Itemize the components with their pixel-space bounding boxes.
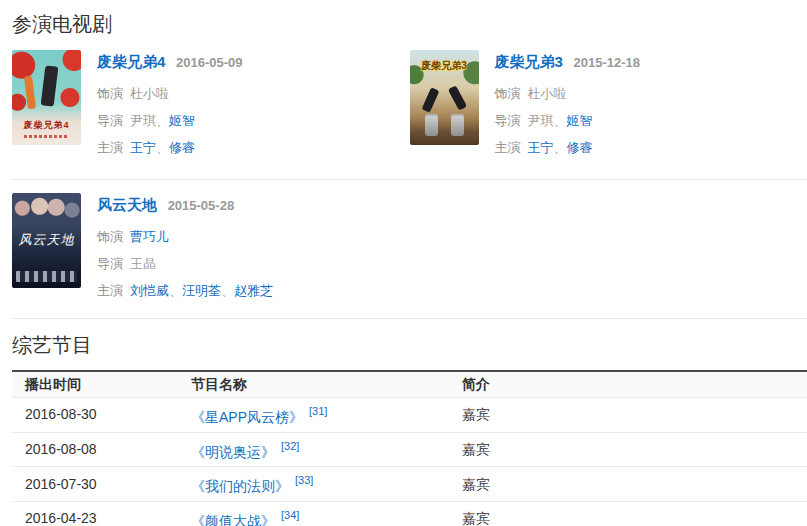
name-separator: 、 [554,113,567,128]
citation-ref[interactable]: [34] [281,509,299,521]
program-link[interactable]: 《我们的法则》 [191,478,289,494]
row-name-cell: 《颜值大战》[34] [178,501,449,526]
name-separator: 、 [221,283,234,298]
row-intro: 嘉宾 [449,501,807,526]
tv-info: 废柴兄弟4 2016-05-09 饰演杜小啦 导演尹琪、姬智 主演王宁、修睿 [97,50,242,161]
poster-title-text: 风云天地 [12,231,81,249]
title-line: 废柴兄弟3 2015-12-18 [495,52,640,73]
air-date: 2015-05-28 [168,198,235,213]
cast-line: 主演王宁、修睿 [495,134,640,161]
row-date: 2016-08-08 [12,432,178,467]
cast-link[interactable]: 赵雅芝 [234,283,273,298]
tv-entry-fengyuntiandi: 风云天地 风云天地 2015-05-28 饰演曹巧儿 导演王晶 主演刘恺威、汪明… [12,193,419,304]
tv-row-2: 风云天地 风云天地 2015-05-28 饰演曹巧儿 导演王晶 主演刘恺威、汪明… [12,180,807,319]
poster-fengyuntiandi[interactable]: 风云天地 [12,193,81,288]
cast-link[interactable]: 王宁 [528,140,554,155]
table-header-row: 播出时间 节目名称 简介 [12,371,807,398]
poster-figure-decoration [447,85,466,110]
cast-line: 主演王宁、修睿 [97,134,242,161]
director-line: 导演王晶 [97,250,273,277]
cast-label: 主演 [97,140,123,155]
tv-section-title: 参演电视剧 [12,0,807,36]
name-separator: 、 [156,140,169,155]
role-label: 饰演 [495,86,521,101]
variety-table: 播出时间 节目名称 简介 2016-08-30 《星APP风云榜》[31] 嘉宾… [12,370,807,526]
table-row: 2016-08-30 《星APP风云榜》[31] 嘉宾 [12,398,807,433]
role-line: 饰演杜小啦 [97,80,242,107]
name-separator: 、 [156,113,169,128]
cast-label: 主演 [97,283,123,298]
poster-credits-decoration [24,135,69,138]
header-air-time: 播出时间 [12,371,178,398]
row-date: 2016-07-30 [12,467,178,502]
poster-title-text: 废柴兄弟4 [12,119,81,132]
director-label: 导演 [495,113,521,128]
row-intro: 嘉宾 [449,432,807,467]
header-program-name: 节目名称 [178,371,449,398]
tv-section: 参演电视剧 废柴兄弟4 废柴兄弟4 2016-05-09 饰演杜小啦 [12,0,807,319]
header-intro: 简介 [449,371,807,398]
director-label: 导演 [97,256,123,271]
variety-section: 综艺节目 播出时间 节目名称 简介 2016-08-30 《星APP风云榜》[3… [12,319,807,526]
role-line: 饰演曹巧儿 [97,223,273,250]
program-link[interactable]: 《颜值大战》 [191,513,275,526]
tv-info: 废柴兄弟3 2015-12-18 饰演杜小啦 导演尹琪、姬智 主演王宁、修睿 [495,50,640,161]
table-row: 2016-04-23 《颜值大战》[34] 嘉宾 [12,501,807,526]
row-intro: 嘉宾 [449,467,807,502]
cast-link[interactable]: 修睿 [567,140,593,155]
table-row: 2016-07-30 《我们的法则》[33] 嘉宾 [12,467,807,502]
poster-feichaixiongdi4[interactable]: 废柴兄弟4 [12,50,81,145]
director-line: 导演尹琪、姬智 [97,107,242,134]
citation-ref[interactable]: [33] [295,474,313,486]
row-date: 2016-08-30 [12,398,178,433]
tv-info: 风云天地 2015-05-28 饰演曹巧儿 导演王晶 主演刘恺威、汪明荃、赵雅芝 [97,193,273,304]
director-link[interactable]: 姬智 [169,113,195,128]
tv-title-link[interactable]: 废柴兄弟3 [495,53,563,70]
director-name: 王晶 [130,256,156,271]
poster-feichaixiongdi3[interactable]: 废柴兄弟3 [410,50,479,145]
role-link[interactable]: 曹巧儿 [130,229,169,244]
program-link[interactable]: 《星APP风云榜》 [191,409,303,425]
cast-line: 主演刘恺威、汪明荃、赵雅芝 [97,277,273,304]
cast-link[interactable]: 汪明荃 [182,283,221,298]
variety-section-title: 综艺节目 [12,319,807,357]
director-name: 尹琪 [130,113,156,128]
poster-title-text: 废柴兄弟3 [410,59,479,73]
director-label: 导演 [97,113,123,128]
role-name: 杜小啦 [528,86,567,101]
tv-title-link[interactable]: 风云天地 [97,196,157,213]
role-label: 饰演 [97,86,123,101]
row-name-cell: 《我们的法则》[33] [178,467,449,502]
role-label: 饰演 [97,229,123,244]
air-date: 2015-12-18 [573,55,640,70]
director-name: 尹琪 [528,113,554,128]
table-row: 2016-08-08 《明说奥运》[32] 嘉宾 [12,432,807,467]
row-name-cell: 《明说奥运》[32] [178,432,449,467]
citation-ref[interactable]: [32] [281,440,299,452]
title-line: 风云天地 2015-05-28 [97,195,273,216]
cast-link[interactable]: 修睿 [169,140,195,155]
tv-entry-feichaixiongdi4: 废柴兄弟4 废柴兄弟4 2016-05-09 饰演杜小啦 导演尹琪、姬智 [12,50,410,161]
row-name-cell: 《星APP风云榜》[31] [178,398,449,433]
director-link[interactable]: 姬智 [567,113,593,128]
cast-label: 主演 [495,140,521,155]
poster-figure-decoration [421,87,439,113]
director-line: 导演尹琪、姬智 [495,107,640,134]
row-intro: 嘉宾 [449,398,807,433]
name-separator: 、 [554,140,567,155]
role-line: 饰演杜小啦 [495,80,640,107]
citation-ref[interactable]: [31] [309,405,327,417]
title-line: 废柴兄弟4 2016-05-09 [97,52,242,73]
cast-link[interactable]: 王宁 [130,140,156,155]
tv-title-link[interactable]: 废柴兄弟4 [97,53,165,70]
tv-row-1: 废柴兄弟4 废柴兄弟4 2016-05-09 饰演杜小啦 导演尹琪、姬智 [12,36,807,180]
air-date: 2016-05-09 [176,55,243,70]
baike-page: 参演电视剧 废柴兄弟4 废柴兄弟4 2016-05-09 饰演杜小啦 [0,0,807,526]
name-separator: 、 [169,283,182,298]
role-name: 杜小啦 [130,86,169,101]
row-date: 2016-04-23 [12,501,178,526]
tv-entry-feichaixiongdi3: 废柴兄弟3 废柴兄弟3 2015-12-18 饰演杜小啦 导演尹琪、姬智 [410,50,807,161]
cast-link[interactable]: 刘恺威 [130,283,169,298]
program-link[interactable]: 《明说奥运》 [191,443,275,459]
